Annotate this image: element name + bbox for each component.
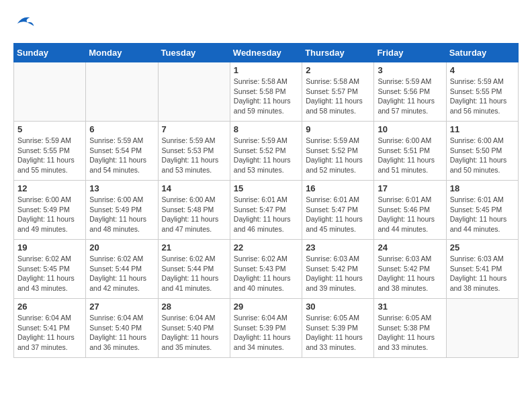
calendar-cell: 12Sunrise: 6:00 AMSunset: 5:49 PMDayligh… xyxy=(14,181,86,240)
calendar-cell: 29Sunrise: 6:04 AMSunset: 5:39 PMDayligh… xyxy=(230,299,302,358)
calendar-cell: 31Sunrise: 6:05 AMSunset: 5:38 PMDayligh… xyxy=(374,299,446,358)
day-number: 4 xyxy=(450,65,515,75)
day-number: 24 xyxy=(378,242,442,253)
day-info: Sunrise: 6:00 AMSunset: 5:50 PMDaylight:… xyxy=(450,136,515,175)
weekday-wednesday: Wednesday xyxy=(230,44,302,62)
calendar-cell: 6Sunrise: 5:59 AMSunset: 5:54 PMDaylight… xyxy=(86,122,158,181)
weekday-monday: Monday xyxy=(86,44,158,62)
calendar-cell: 5Sunrise: 5:59 AMSunset: 5:55 PMDaylight… xyxy=(14,122,86,181)
calendar-cell: 27Sunrise: 6:04 AMSunset: 5:40 PMDayligh… xyxy=(86,299,158,358)
day-info: Sunrise: 6:03 AMSunset: 5:42 PMDaylight:… xyxy=(306,254,370,293)
day-number: 5 xyxy=(17,124,82,134)
calendar-cell: 1Sunrise: 5:58 AMSunset: 5:58 PMDaylight… xyxy=(230,62,302,122)
day-info: Sunrise: 6:02 AMSunset: 5:43 PMDaylight:… xyxy=(234,254,298,293)
calendar-cell: 28Sunrise: 6:04 AMSunset: 5:40 PMDayligh… xyxy=(158,299,230,358)
day-number: 6 xyxy=(89,124,154,134)
day-number: 20 xyxy=(89,242,154,253)
calendar-cell: 2Sunrise: 5:58 AMSunset: 5:57 PMDaylight… xyxy=(302,62,374,122)
calendar-table: SundayMondayTuesdayWednesdayThursdayFrid… xyxy=(13,43,519,358)
day-number: 28 xyxy=(162,302,226,312)
weekday-sunday: Sunday xyxy=(14,44,86,62)
day-number: 17 xyxy=(378,183,442,193)
week-row-2: 5Sunrise: 5:59 AMSunset: 5:55 PMDaylight… xyxy=(14,122,519,181)
week-row-3: 12Sunrise: 6:00 AMSunset: 5:49 PMDayligh… xyxy=(14,181,519,240)
calendar-cell xyxy=(158,62,230,122)
day-number: 11 xyxy=(450,124,515,134)
calendar-cell: 7Sunrise: 5:59 AMSunset: 5:53 PMDaylight… xyxy=(158,122,230,181)
day-number: 18 xyxy=(450,183,515,193)
weekday-header-row: SundayMondayTuesdayWednesdayThursdayFrid… xyxy=(14,44,519,62)
calendar-cell: 13Sunrise: 6:00 AMSunset: 5:49 PMDayligh… xyxy=(86,181,158,240)
calendar-cell: 11Sunrise: 6:00 AMSunset: 5:50 PMDayligh… xyxy=(446,122,518,181)
day-number: 22 xyxy=(234,242,298,253)
day-info: Sunrise: 6:03 AMSunset: 5:41 PMDaylight:… xyxy=(450,254,515,293)
day-number: 19 xyxy=(17,242,82,253)
page-wrapper: SundayMondayTuesdayWednesdayThursdayFrid… xyxy=(13,13,519,358)
calendar-cell: 16Sunrise: 6:01 AMSunset: 5:47 PMDayligh… xyxy=(302,181,374,240)
week-row-5: 26Sunrise: 6:04 AMSunset: 5:41 PMDayligh… xyxy=(14,299,519,358)
day-info: Sunrise: 5:58 AMSunset: 5:57 PMDaylight:… xyxy=(306,77,370,116)
day-info: Sunrise: 6:01 AMSunset: 5:47 PMDaylight:… xyxy=(306,195,370,234)
day-info: Sunrise: 5:59 AMSunset: 5:56 PMDaylight:… xyxy=(378,77,442,116)
day-number: 29 xyxy=(234,302,298,312)
day-number: 3 xyxy=(378,65,442,75)
weekday-friday: Friday xyxy=(374,44,446,62)
day-info: Sunrise: 6:04 AMSunset: 5:40 PMDaylight:… xyxy=(89,313,154,353)
calendar-cell: 15Sunrise: 6:01 AMSunset: 5:47 PMDayligh… xyxy=(230,181,302,240)
calendar-cell: 22Sunrise: 6:02 AMSunset: 5:43 PMDayligh… xyxy=(230,240,302,299)
day-info: Sunrise: 6:00 AMSunset: 5:49 PMDaylight:… xyxy=(17,195,82,234)
calendar-cell xyxy=(446,299,518,358)
day-number: 27 xyxy=(89,302,154,312)
day-info: Sunrise: 6:02 AMSunset: 5:45 PMDaylight:… xyxy=(17,254,82,293)
day-info: Sunrise: 5:58 AMSunset: 5:58 PMDaylight:… xyxy=(234,77,298,116)
day-info: Sunrise: 6:01 AMSunset: 5:45 PMDaylight:… xyxy=(450,195,515,234)
day-number: 10 xyxy=(378,124,442,134)
day-info: Sunrise: 5:59 AMSunset: 5:52 PMDaylight:… xyxy=(306,136,370,175)
day-info: Sunrise: 6:01 AMSunset: 5:47 PMDaylight:… xyxy=(234,195,298,234)
weekday-tuesday: Tuesday xyxy=(158,44,230,62)
day-info: Sunrise: 5:59 AMSunset: 5:55 PMDaylight:… xyxy=(17,136,82,175)
day-info: Sunrise: 6:02 AMSunset: 5:44 PMDaylight:… xyxy=(162,254,226,293)
day-info: Sunrise: 6:01 AMSunset: 5:46 PMDaylight:… xyxy=(378,195,442,234)
day-number: 14 xyxy=(162,183,226,193)
calendar-cell: 10Sunrise: 6:00 AMSunset: 5:51 PMDayligh… xyxy=(374,122,446,181)
day-info: Sunrise: 5:59 AMSunset: 5:55 PMDaylight:… xyxy=(450,77,515,116)
day-number: 31 xyxy=(378,302,442,312)
calendar-cell: 8Sunrise: 5:59 AMSunset: 5:52 PMDaylight… xyxy=(230,122,302,181)
day-number: 23 xyxy=(306,242,370,253)
calendar-cell: 30Sunrise: 6:05 AMSunset: 5:39 PMDayligh… xyxy=(302,299,374,358)
calendar-cell: 4Sunrise: 5:59 AMSunset: 5:55 PMDaylight… xyxy=(446,62,518,122)
day-number: 30 xyxy=(306,302,370,312)
day-info: Sunrise: 6:04 AMSunset: 5:41 PMDaylight:… xyxy=(17,313,82,353)
calendar-cell: 9Sunrise: 5:59 AMSunset: 5:52 PMDaylight… xyxy=(302,122,374,181)
day-info: Sunrise: 5:59 AMSunset: 5:54 PMDaylight:… xyxy=(89,136,154,175)
day-info: Sunrise: 6:04 AMSunset: 5:39 PMDaylight:… xyxy=(234,313,298,353)
calendar-cell: 18Sunrise: 6:01 AMSunset: 5:45 PMDayligh… xyxy=(446,181,518,240)
weekday-saturday: Saturday xyxy=(446,44,518,62)
day-number: 9 xyxy=(306,124,370,134)
logo-icon xyxy=(15,13,35,34)
day-info: Sunrise: 6:02 AMSunset: 5:44 PMDaylight:… xyxy=(89,254,154,293)
calendar-cell: 17Sunrise: 6:01 AMSunset: 5:46 PMDayligh… xyxy=(374,181,446,240)
calendar-cell xyxy=(14,62,86,122)
day-number: 2 xyxy=(306,65,370,75)
day-number: 25 xyxy=(450,242,515,253)
day-info: Sunrise: 5:59 AMSunset: 5:53 PMDaylight:… xyxy=(162,136,226,175)
calendar-cell: 14Sunrise: 6:00 AMSunset: 5:48 PMDayligh… xyxy=(158,181,230,240)
calendar-cell xyxy=(86,62,158,122)
day-number: 7 xyxy=(162,124,226,134)
day-info: Sunrise: 6:04 AMSunset: 5:40 PMDaylight:… xyxy=(162,313,226,353)
calendar-cell: 23Sunrise: 6:03 AMSunset: 5:42 PMDayligh… xyxy=(302,240,374,299)
day-info: Sunrise: 6:00 AMSunset: 5:49 PMDaylight:… xyxy=(89,195,154,234)
day-number: 8 xyxy=(234,124,298,134)
day-info: Sunrise: 6:03 AMSunset: 5:42 PMDaylight:… xyxy=(378,254,442,293)
weekday-thursday: Thursday xyxy=(302,44,374,62)
day-number: 12 xyxy=(17,183,82,193)
day-info: Sunrise: 6:05 AMSunset: 5:38 PMDaylight:… xyxy=(378,313,442,353)
day-info: Sunrise: 6:05 AMSunset: 5:39 PMDaylight:… xyxy=(306,313,370,353)
logo xyxy=(13,13,35,36)
calendar-cell: 19Sunrise: 6:02 AMSunset: 5:45 PMDayligh… xyxy=(14,240,86,299)
day-info: Sunrise: 6:00 AMSunset: 5:48 PMDaylight:… xyxy=(162,195,226,234)
calendar-cell: 20Sunrise: 6:02 AMSunset: 5:44 PMDayligh… xyxy=(86,240,158,299)
day-number: 21 xyxy=(162,242,226,253)
